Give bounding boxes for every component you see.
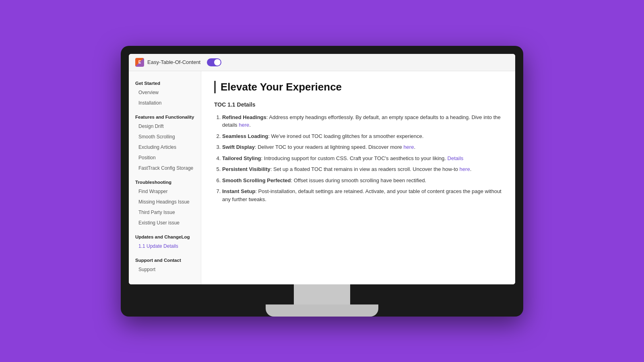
sidebar-section-gap [129, 173, 201, 177]
list-item: Seamless Loading: We've ironed out TOC l… [222, 132, 502, 140]
list-item: Swift Display: Deliver TOC to your reade… [222, 143, 502, 151]
sidebar-section-title: Get Started [129, 78, 201, 87]
sidebar-section-gap [129, 275, 201, 278]
sidebar-section-gap [129, 228, 201, 231]
sidebar-section-title: Features and Functionality [129, 111, 201, 121]
list-item: Persistent Visibility: Set up a floated … [222, 165, 502, 173]
sidebar-section-gap [129, 251, 201, 255]
list-item: Smooth Scrolling Perfected: Offset issue… [222, 177, 502, 185]
sidebar-section-title: Updates and ChangeLog [129, 231, 201, 241]
sidebar-item[interactable]: Overview [129, 87, 201, 98]
feature-link[interactable]: here [403, 144, 414, 150]
feature-bold: Seamless Loading [222, 133, 268, 139]
feature-bold: Smooth Scrolling Perfected [222, 177, 291, 183]
feature-bold: Refined Headings [222, 114, 266, 120]
toggle-switch[interactable] [207, 58, 221, 66]
feature-link[interactable]: here [239, 122, 249, 128]
feature-bold: Instant Setup [222, 188, 255, 194]
sidebar-item[interactable]: Position [129, 152, 201, 163]
list-item: Tailored Styling: Introducing support fo… [222, 154, 502, 162]
sidebar-item[interactable]: Find Wrapper [129, 186, 201, 197]
sidebar: Get StartedOverviewInstallationFeatures … [129, 71, 201, 284]
feature-bold: Persistent Visibility [222, 166, 270, 172]
feature-bold: Swift Display [222, 144, 255, 150]
list-item: Instant Setup: Post-installation, defaul… [222, 187, 502, 203]
sidebar-item[interactable]: Installation [129, 98, 201, 108]
sidebar-item[interactable]: Existing User issue [129, 218, 201, 228]
feature-list: Refined Headings: Address empty headings… [214, 113, 502, 204]
monitor-stand [129, 284, 515, 317]
app-logo-icon: E [135, 58, 144, 67]
monitor-neck [294, 284, 350, 304]
sidebar-item[interactable]: Third Party Issue [129, 207, 201, 218]
section-heading: TOC 1.1 Details [214, 101, 502, 108]
sidebar-item[interactable]: Missing Headings Issue [129, 197, 201, 207]
sidebar-section-gap [129, 108, 201, 111]
feature-bold: Tailored Styling [222, 155, 261, 161]
sidebar-item[interactable]: Excluding Articles [129, 142, 201, 152]
app-title: Easy-Table-Of-Content [147, 59, 200, 65]
sidebar-section-title: Troubleshooting [129, 177, 201, 186]
app-header: E Easy-Table-Of-Content [129, 54, 515, 71]
sidebar-item[interactable]: Design Drift [129, 121, 201, 132]
feature-link[interactable]: here [460, 166, 470, 172]
list-item: Refined Headings: Address empty headings… [222, 113, 502, 129]
screen: E Easy-Table-Of-Content Get StartedOverv… [129, 54, 515, 284]
feature-link[interactable]: Details [448, 155, 464, 161]
monitor: E Easy-Table-Of-Content Get StartedOverv… [121, 46, 523, 317]
sidebar-item[interactable]: Smooth Scrolling [129, 132, 201, 142]
sidebar-item[interactable]: 1.1 Update Details [129, 241, 201, 251]
sidebar-section-title: Support and Contact [129, 255, 201, 264]
app-body: Get StartedOverviewInstallationFeatures … [129, 71, 515, 284]
monitor-base [266, 304, 378, 317]
page-title: Elevate Your Experience [214, 81, 502, 93]
main-content: Elevate Your Experience TOC 1.1 Details … [201, 71, 515, 284]
sidebar-item[interactable]: FastTrack Config Storage [129, 163, 201, 173]
sidebar-item[interactable]: Support [129, 264, 201, 275]
